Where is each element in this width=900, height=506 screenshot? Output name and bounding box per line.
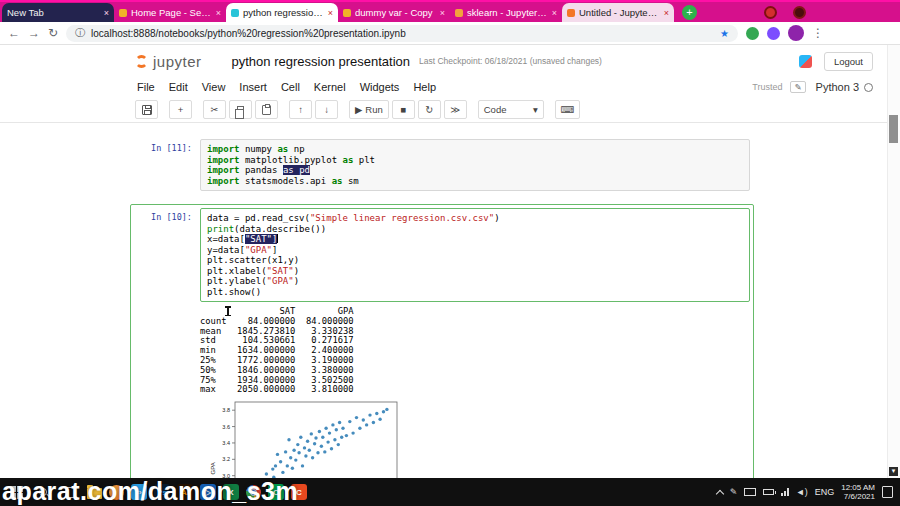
code-input[interactable]: import numpy as npimport matplotlib.pypl…: [200, 139, 750, 191]
logout-button[interactable]: Logout: [824, 52, 873, 71]
scatter-point: [299, 436, 302, 439]
scatter-point: [362, 418, 365, 421]
code-line: plt.ylabel("GPA"): [207, 276, 743, 287]
scatter-point: [284, 450, 287, 453]
language-indicator[interactable]: ENG: [815, 487, 835, 497]
copy-cell-button[interactable]: [229, 100, 252, 119]
menu-kernel[interactable]: Kernel: [307, 81, 353, 93]
menu-edit[interactable]: Edit: [162, 81, 195, 93]
svg-text:GPA: GPA: [210, 462, 216, 474]
address-bar[interactable]: ⓘ localhost:8888/notebooks/python%20regr…: [66, 25, 738, 42]
scatter-point: [292, 449, 295, 452]
close-icon[interactable]: ×: [552, 8, 557, 18]
code-line: import pandas as pd: [207, 165, 743, 176]
close-icon[interactable]: ×: [440, 8, 445, 18]
scatter-point: [271, 468, 274, 471]
scatter-point: [378, 418, 381, 421]
url-text[interactable]: localhost:8888/notebooks/python%20regres…: [91, 28, 406, 39]
close-icon[interactable]: ×: [664, 8, 669, 18]
save-button[interactable]: [135, 100, 158, 119]
tab-home-page[interactable]: Home Page - Selec... ×: [114, 3, 226, 22]
scrollbar-thumb[interactable]: [889, 115, 898, 143]
tab-new-tab[interactable]: New Tab ×: [2, 3, 114, 22]
jupyter-logo[interactable]: jupyter: [135, 53, 202, 70]
back-icon[interactable]: ←: [8, 27, 20, 39]
menu-view[interactable]: View: [195, 81, 233, 93]
tab-favicon: [455, 9, 463, 17]
network-icon[interactable]: [781, 488, 788, 496]
scatter-point: [333, 438, 336, 441]
tab-dummy-var[interactable]: dummy var - Copy ×: [338, 3, 450, 22]
new-tab-button[interactable]: +: [682, 5, 697, 20]
cut-cell-button[interactable]: ✂: [203, 100, 226, 119]
tab-sklearn[interactable]: sklearn - Jupyter N... ×: [450, 3, 562, 22]
close-icon[interactable]: ×: [104, 8, 109, 18]
menu-widgets[interactable]: Widgets: [353, 81, 407, 93]
run-button[interactable]: ▶Run: [349, 100, 389, 119]
battery-icon[interactable]: [763, 489, 774, 495]
notebook-cell[interactable]: In [11]:import numpy as npimport matplot…: [130, 135, 754, 195]
code-line: import numpy as np: [207, 144, 743, 155]
forward-icon[interactable]: →: [28, 27, 40, 39]
command-palette-button[interactable]: ⌨: [555, 100, 581, 119]
scatter-point: [304, 454, 307, 457]
scatter-point: [324, 427, 327, 430]
display-icon[interactable]: [744, 488, 756, 496]
clock-date: 7/6/2021: [844, 492, 875, 501]
pen-icon[interactable]: ✎: [730, 487, 738, 497]
page-scrollbar[interactable]: ▼: [887, 45, 900, 478]
cell-type-dropdown[interactable]: Code▾: [478, 100, 544, 119]
system-tray: ✎ ◄) ENG 12:05 AM 7/6/2021: [717, 483, 896, 501]
notification-center-icon[interactable]: [882, 486, 893, 498]
menu-file[interactable]: File: [130, 81, 162, 93]
move-up-button[interactable]: ↑: [289, 100, 312, 119]
tab-python-regression[interactable]: python regression... ×: [226, 3, 338, 22]
notebook-title[interactable]: python regression presentation: [232, 54, 411, 69]
profile-avatar[interactable]: [788, 25, 804, 41]
screen: New Tab × Home Page - Selec... × python …: [0, 0, 900, 506]
scatter-point: [385, 408, 388, 411]
scatter-point: [306, 440, 309, 443]
describe-table-output: SAT GPA count 84.000000 84.000000 mean 1…: [200, 307, 750, 395]
restart-run-all-button[interactable]: ≫: [444, 100, 467, 119]
code-input[interactable]: data = pd.read_csv("Simple linear regres…: [200, 208, 750, 302]
menu-insert[interactable]: Insert: [232, 81, 274, 93]
restart-kernel-button[interactable]: ↻: [418, 100, 441, 119]
site-info-icon[interactable]: ⓘ: [75, 26, 85, 40]
browser-menu-icon[interactable]: ⋮: [812, 26, 824, 40]
pencil-icon[interactable]: ✎: [790, 81, 805, 93]
extension-icon[interactable]: [767, 27, 780, 40]
scatter-point: [372, 421, 375, 424]
browser-tab-strip: New Tab × Home Page - Selec... × python …: [0, 0, 900, 22]
scatter-point: [311, 456, 314, 459]
reload-icon[interactable]: ↻: [48, 27, 58, 39]
scatter-point: [338, 421, 341, 424]
menu-help[interactable]: Help: [406, 81, 443, 93]
clock[interactable]: 12:05 AM 7/6/2021: [841, 483, 875, 501]
kernel-status-icon: [864, 83, 873, 92]
extension-icon[interactable]: [746, 27, 759, 40]
jupyter-logo-icon: [135, 55, 148, 68]
code-line: import statsmodels.api as sm: [207, 176, 743, 187]
paste-cell-button[interactable]: [255, 100, 278, 119]
trusted-badge: Trusted: [752, 82, 782, 92]
volume-icon[interactable]: ◄): [796, 487, 808, 497]
stop-button[interactable]: ■: [392, 100, 415, 119]
close-icon[interactable]: ×: [216, 8, 221, 18]
menu-cell[interactable]: Cell: [274, 81, 307, 93]
scatter-point: [301, 464, 304, 467]
bookmark-star-icon[interactable]: ★: [720, 28, 729, 39]
move-down-button[interactable]: ↓: [315, 100, 338, 119]
add-cell-button[interactable]: +: [169, 100, 192, 119]
close-icon[interactable]: ×: [328, 8, 333, 18]
scatter-point: [308, 449, 311, 452]
copy-icon: [237, 106, 244, 114]
scatter-point: [316, 451, 319, 454]
scroll-down-icon[interactable]: ▼: [889, 467, 898, 476]
scatter-point: [297, 451, 300, 454]
tray-expand-icon[interactable]: [716, 489, 724, 497]
tab-untitled[interactable]: Untitled - Jupyter N... ×: [562, 3, 674, 22]
record-indicator-icon: [764, 6, 777, 19]
notebook-cell[interactable]: In [10]:data = pd.read_csv("Simple linea…: [130, 204, 754, 506]
code-line: plt.scatter(x1,y): [207, 255, 743, 266]
